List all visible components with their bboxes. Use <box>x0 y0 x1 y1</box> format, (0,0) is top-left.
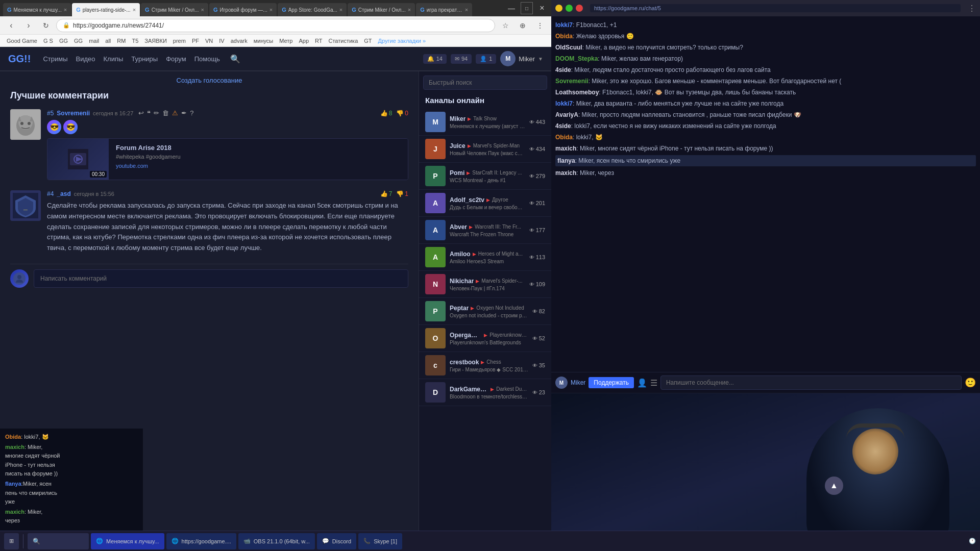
bookmark-vn[interactable]: VN <box>203 37 215 44</box>
taskbar-discord[interactable]: 💬 Discord <box>317 533 356 549</box>
edit-icon[interactable]: ✏ <box>154 109 159 117</box>
browser-tab-7[interactable]: G игра прекратил... × <box>416 3 472 16</box>
bookmark-app[interactable]: App <box>296 37 311 44</box>
channel-item-7[interactable]: P Peptar ▶ Oxygen Not Included Oxygen no… <box>419 298 551 325</box>
bookmark-t5[interactable]: T5 <box>129 37 141 44</box>
comment-1-author[interactable]: Sovremenii <box>57 110 90 117</box>
chat-menu-btn[interactable]: ⋮ <box>968 4 976 13</box>
nav-streams[interactable]: Стримы <box>43 55 67 63</box>
taskbar-chrome-1[interactable]: 🌐 Меняемся к лучшу... <box>91 533 164 549</box>
bookmark-all[interactable]: all <box>103 37 113 44</box>
channel-item-2[interactable]: P Pomi ▶ StarCraft II: Legacy ... WCS Mo… <box>419 163 551 190</box>
user-dropdown-icon[interactable]: ▼ <box>538 56 543 62</box>
channel-item-8[interactable]: O Opergamer ▶ Playerunknown... Playerunk… <box>419 325 551 352</box>
chat-minimize-btn[interactable] <box>555 5 562 12</box>
tab-1-close[interactable]: × <box>64 7 67 13</box>
forward-button[interactable]: › <box>21 18 36 33</box>
channel-item-3[interactable]: A Adolf_sc2tv ▶ Другое Дудь с Белым и ве… <box>419 190 551 217</box>
bookmark-other[interactable]: Другие закладки » <box>376 37 428 44</box>
reload-button[interactable]: ↻ <box>39 18 53 33</box>
channel-item-9[interactable]: c crestbook ▶ Chess Гири - Мамедьяров ◆ … <box>419 352 551 379</box>
chat-maximize-btn[interactable] <box>566 5 573 12</box>
extensions-btn[interactable]: ⊕ <box>516 18 530 33</box>
browser-tab-4[interactable]: G Игровой форум —... × <box>209 3 277 16</box>
bookmark-gs[interactable]: G S <box>41 37 56 44</box>
link-preview[interactable]: 00:30 Forum Arise 2018 #whitepeka #goodg… <box>47 138 408 180</box>
bookmark-gt[interactable]: GT <box>361 37 374 44</box>
browser-tab-5[interactable]: G App Store: GoodGa... × <box>278 3 347 16</box>
bookmark-advark[interactable]: advark <box>228 37 250 44</box>
bookmark-goodgame[interactable]: Good Game <box>4 37 40 44</box>
bookmark-prem[interactable]: prem <box>170 37 188 44</box>
nav-forum[interactable]: Форум <box>166 55 186 63</box>
chat-message-input[interactable] <box>660 375 962 390</box>
nav-clips[interactable]: Клипы <box>104 55 124 63</box>
vote-down-2[interactable]: 👎 1 <box>396 190 408 197</box>
sidebar-search-input[interactable] <box>423 76 547 90</box>
window-minimize-btn[interactable]: — <box>505 2 518 14</box>
quote-icon[interactable]: ❝ <box>147 109 151 117</box>
channel-item-0[interactable]: M Miker ▶ Talk Show Меняемся к лучшему (… <box>419 109 551 136</box>
window-close-btn[interactable]: × <box>536 2 548 14</box>
taskbar-obs[interactable]: 📹 OBS 21.1.0 (64bit, w... <box>238 533 315 549</box>
warn-icon[interactable]: ⚠ <box>172 109 178 117</box>
chat-add-user-icon[interactable]: 👤 <box>637 378 647 388</box>
back-button[interactable]: ‹ <box>4 18 18 33</box>
bookmark-minusy[interactable]: минусы <box>251 37 276 44</box>
vote-up-2[interactable]: 👍 7 <box>380 190 393 197</box>
help-icon[interactable]: ? <box>190 109 193 117</box>
browser-tab-3[interactable]: G Стрим Miker / Онл... × <box>141 3 208 16</box>
chat-more-options-icon[interactable]: ☰ <box>650 378 657 388</box>
tab-5-close[interactable]: × <box>339 7 342 13</box>
nav-video[interactable]: Видео <box>76 55 95 63</box>
browser-tab-2[interactable]: G players-rating-side-... × <box>72 3 140 16</box>
user-area[interactable]: M Miker ▼ <box>500 51 543 66</box>
tab-7-close[interactable]: × <box>465 7 468 13</box>
bookmark-star-btn[interactable]: ☆ <box>498 18 512 33</box>
channel-item-4[interactable]: A Abver ▶ Warcraft III: The Fr... Warcra… <box>419 217 551 244</box>
chat-close-btn[interactable] <box>576 5 583 12</box>
tab-2-close[interactable]: × <box>133 7 136 13</box>
bookmark-metr[interactable]: Метр <box>277 37 295 44</box>
chat-emoji-icon[interactable]: 🙂 <box>965 377 976 388</box>
gg-logo[interactable]: GG!! <box>8 53 31 65</box>
menu-btn[interactable]: ⋮ <box>533 18 547 33</box>
bookmark-gg2[interactable]: GG <box>71 37 85 44</box>
nav-help[interactable]: Помощь <box>194 55 220 63</box>
window-maximize-btn[interactable]: □ <box>521 2 533 14</box>
chat-address-bar[interactable]: https://goodgame.ru/chat/5 <box>590 4 961 12</box>
taskbar-search[interactable]: 🔍 <box>28 533 89 549</box>
browser-tab-1[interactable]: G Меняемся к лучшу... × <box>3 3 71 16</box>
bookmark-statistika[interactable]: Статистика <box>326 37 361 44</box>
comment-2-author[interactable]: _asd <box>57 190 70 197</box>
bookmark-rt[interactable]: RT <box>312 37 325 44</box>
notification-user[interactable]: 👤 1 <box>476 54 496 64</box>
tab-4-close[interactable]: × <box>270 7 273 13</box>
pencil-icon[interactable]: ✒ <box>181 109 187 117</box>
channel-item-1[interactable]: J Juice ▶ Marvel's Spider-Man Новый Чело… <box>419 136 551 163</box>
bookmark-gg[interactable]: GG <box>57 37 70 44</box>
nav-tournaments[interactable]: Турниры <box>131 55 158 63</box>
bookmark-mail[interactable]: mail <box>86 37 102 44</box>
search-icon[interactable]: 🔍 <box>230 54 240 64</box>
notification-bell[interactable]: 🔔 14 <box>423 54 447 64</box>
vote-down-1[interactable]: 👎 0 <box>396 110 408 117</box>
tab-6-close[interactable]: × <box>408 7 411 13</box>
bookmark-iv[interactable]: IV <box>216 37 227 44</box>
chat-support-button[interactable]: Поддержать <box>589 377 634 388</box>
channel-item-10[interactable]: D DarkGamer93 ▶ Darkest Dun... Bloodmoon… <box>419 379 551 406</box>
scroll-top-button[interactable]: ▲ <box>825 477 843 495</box>
comment-input[interactable] <box>34 269 408 288</box>
bookmark-pf[interactable]: PF <box>189 37 202 44</box>
channel-item-6[interactable]: N Nikichar ▶ Marvel's Spider-... Человек… <box>419 271 551 298</box>
browser-tab-6[interactable]: G Стрим Miker / Онл... × <box>348 3 415 16</box>
bookmark-zayavki[interactable]: ЗАЯВКИ <box>142 37 169 44</box>
bookmark-rm[interactable]: RM <box>114 37 128 44</box>
reply-icon[interactable]: ↩ <box>138 109 144 117</box>
create-poll-link[interactable]: Создать голосование <box>10 77 408 84</box>
taskbar-start-area[interactable]: ⊞ <box>4 533 19 549</box>
channel-item-5[interactable]: A Amiloo ▶ Heroes of Might a... Amiloo H… <box>419 244 551 271</box>
notification-mail[interactable]: ✉ 94 <box>451 54 472 64</box>
taskbar-skype[interactable]: 📞 Skype [1] <box>358 533 402 549</box>
address-bar[interactable]: 🔒 https://goodgame.ru/news/27441/ <box>56 19 495 32</box>
